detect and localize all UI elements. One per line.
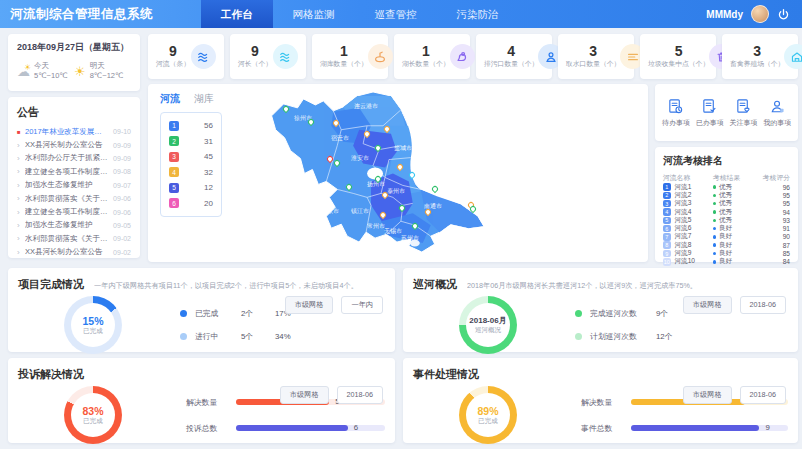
nav-workbench[interactable]: 工作台 [201, 0, 273, 28]
bullet-icon: › [17, 154, 25, 163]
bullet-icon: › [17, 248, 25, 257]
todo-items-button[interactable]: 待办事项 [662, 98, 690, 128]
announcement-item[interactable]: ›建立健全各项工作制度，建立河…09-06 [17, 205, 131, 218]
map-pin[interactable] [431, 185, 439, 193]
bullet-icon: › [17, 221, 25, 230]
result-dot [713, 235, 717, 239]
doc-check-icon [701, 98, 718, 115]
announcement-item[interactable]: ›水利部办公厅关于抓紧完成已建…09-09 [17, 152, 131, 165]
announcement-item[interactable]: ›建立健全各项工作制度，建立河…09-08 [17, 165, 131, 178]
rank-badge: 10 [663, 258, 671, 266]
map-pin[interactable] [396, 163, 404, 171]
tab-lakes[interactable]: 湖库 [194, 92, 214, 106]
map-pin[interactable] [398, 204, 406, 212]
map-pin[interactable] [469, 205, 477, 213]
map-pin[interactable] [408, 171, 416, 179]
map-pins: 徐州市连云港市宿迁市淮安市盐城市扬州市泰州市南通市南京市镇江市常州市无锡市苏州市 [248, 86, 518, 260]
announcement-item[interactable]: ›加强水生态修复维护09-05 [17, 219, 131, 232]
followed-items-button[interactable]: 关注事项 [729, 98, 757, 128]
bar-total: 事件总数9 [581, 423, 788, 434]
event-donut-chart: 89%已完成 [459, 386, 517, 444]
announcement-item[interactable]: ›XX县河长制办公室公告09-02 [17, 246, 131, 259]
rank-badge: 2 [663, 192, 671, 200]
ranking-header: 河流名称考核结果考核评分 [663, 173, 790, 183]
map-pin[interactable] [333, 159, 341, 167]
farm-icon [790, 50, 802, 64]
map-pin[interactable] [379, 211, 387, 219]
grid-filter-button[interactable]: 市级网格 [285, 296, 334, 314]
table-row: 10河流10良好84 [663, 258, 790, 266]
bullet-icon: › [17, 194, 25, 203]
waves-icon [279, 50, 293, 64]
nav-patrol-control[interactable]: 巡查管控 [355, 0, 437, 28]
period-filter-button[interactable]: 一年内 [341, 296, 383, 314]
announcements-panel: 公告 ■2017年林业改革发展资金造林补…09-10 ›XX县河长制办公室公告0… [8, 97, 140, 258]
nav-pollution[interactable]: 污染防治 [437, 0, 519, 28]
map-pin[interactable] [411, 222, 419, 230]
panel-title: 巡河概况 [413, 277, 457, 292]
logout-icon[interactable] [777, 8, 790, 21]
map-pin[interactable] [374, 175, 382, 183]
map-city-label: 常州市 [367, 222, 385, 231]
map-pin[interactable] [307, 118, 315, 126]
river-ranking-panel: 河流考核排名 河流名称考核结果考核评分 1河流1优秀96 2河流2优秀95 3河… [655, 147, 798, 262]
tomorrow-temp: 8℃~12℃ [90, 71, 124, 80]
person-icon [769, 98, 786, 115]
username: MMMdy [706, 9, 743, 20]
announcement-item[interactable]: ■2017年林业改革发展资金造林补…09-10 [17, 125, 131, 138]
province-map[interactable]: 徐州市连云港市宿迁市淮安市盐城市扬州市泰州市南通市南京市镇江市常州市无锡市苏州市 [248, 86, 518, 260]
map-pin[interactable] [383, 125, 391, 133]
rank-badge: 1 [663, 183, 671, 191]
map-pin[interactable] [381, 191, 389, 199]
tab-rivers[interactable]: 河流 [160, 92, 180, 106]
announcement-item[interactable]: ›XX县河长制办公室公告09-09 [17, 138, 131, 151]
grid-filter-button[interactable]: 市级网格 [683, 386, 732, 404]
map-pin[interactable] [282, 105, 290, 113]
bullet-icon: › [17, 141, 25, 150]
map-city-label: 盐城市 [394, 144, 412, 153]
result-dot [713, 202, 717, 206]
map-pin[interactable] [424, 208, 432, 216]
grid-filter-button[interactable]: 市级网格 [280, 386, 329, 404]
legend-badge: 4 [169, 167, 179, 177]
avatar[interactable] [751, 5, 769, 23]
bullet-icon: ■ [17, 129, 25, 135]
intake-icon [626, 50, 640, 64]
result-dot [713, 243, 717, 247]
announcement-item[interactable]: ›水利部贯彻落实《关于在湖泊实…09-02 [17, 232, 131, 245]
header: 河流制综合管理信息系统 工作台 网格监测 巡查管控 污染防治 MMMdy [0, 0, 802, 28]
legend-badge: 2 [169, 136, 179, 146]
bullet-icon: › [17, 234, 25, 243]
done-items-button[interactable]: 已办事项 [696, 98, 724, 128]
map-city-label: 镇江市 [351, 207, 369, 216]
announcement-item[interactable]: ›水利部贯彻落实《关于在湖泊实…09-06 [17, 192, 131, 205]
rank-badge: 6 [663, 225, 671, 233]
map-city-label: 淮安市 [351, 154, 369, 163]
bullet-icon: › [17, 167, 25, 176]
stat-card-lakes: 1湖库数量（个） [312, 34, 388, 79]
nav-grid-monitor[interactable]: 网格监测 [273, 0, 355, 28]
stat-card-trash-points: 5垃圾收集中点（个） [640, 34, 716, 79]
my-items-button[interactable]: 我的事项 [763, 98, 791, 128]
stat-card-outfalls: 4排污口数量（个） [476, 34, 552, 79]
ranking-title: 河流考核排名 [663, 154, 790, 168]
map-pin[interactable] [363, 130, 371, 138]
rank-badge: 9 [663, 250, 671, 258]
today-label: 今天 [34, 61, 49, 70]
legend-badge: 1 [169, 121, 179, 131]
map-city-label: 苏州市 [401, 234, 419, 243]
date-weather-card: 2018年09月27日（星期五） ☁☀ 今天5℃~10℃ ☀ 明天8℃~12℃ [8, 34, 140, 91]
map-pin[interactable] [374, 144, 382, 152]
result-dot [713, 185, 717, 189]
legend-badge: 6 [169, 198, 179, 208]
map-pin[interactable] [332, 119, 340, 127]
announcement-item[interactable]: ›加强水生态修复维护09-07 [17, 179, 131, 192]
map-pin[interactable] [345, 183, 353, 191]
doc-heart-icon [735, 98, 752, 115]
dashboard: 河流制综合管理信息系统 工作台 网格监测 巡查管控 污染防治 MMMdy 201… [0, 0, 802, 449]
period-filter-button[interactable]: 2018-06 [337, 386, 383, 404]
period-filter-button[interactable]: 2018-06 [740, 296, 786, 314]
grid-filter-button[interactable]: 市级网格 [683, 296, 732, 314]
period-filter-button[interactable]: 2018-06 [740, 386, 786, 404]
stat-card-lake-chiefs: 1湖长数量（个） [394, 34, 470, 79]
